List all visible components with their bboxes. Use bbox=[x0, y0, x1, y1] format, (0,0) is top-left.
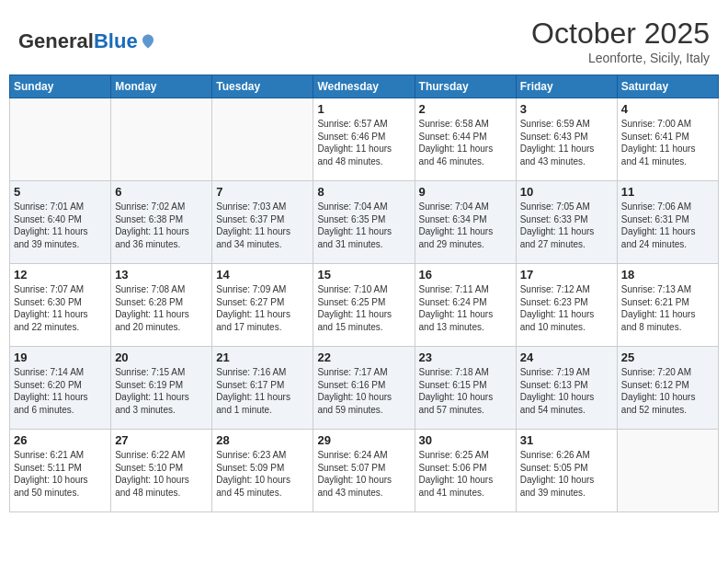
calendar-cell: 8Sunrise: 7:04 AM Sunset: 6:35 PM Daylig… bbox=[313, 181, 415, 264]
calendar-cell: 21Sunrise: 7:16 AM Sunset: 6:17 PM Dayli… bbox=[212, 347, 313, 430]
weekday-header: Thursday bbox=[415, 75, 516, 98]
location: Leonforte, Sicily, Italy bbox=[531, 51, 710, 65]
day-number: 11 bbox=[621, 185, 714, 199]
calendar-cell: 14Sunrise: 7:09 AM Sunset: 6:27 PM Dayli… bbox=[212, 264, 313, 347]
weekday-header-row: SundayMondayTuesdayWednesdayThursdayFrid… bbox=[10, 75, 719, 98]
calendar-table: SundayMondayTuesdayWednesdayThursdayFrid… bbox=[9, 75, 719, 512]
weekday-header: Wednesday bbox=[313, 75, 415, 98]
day-info: Sunrise: 7:12 AM Sunset: 6:23 PM Dayligh… bbox=[520, 283, 613, 333]
calendar-cell: 15Sunrise: 7:10 AM Sunset: 6:25 PM Dayli… bbox=[313, 264, 415, 347]
day-number: 12 bbox=[14, 268, 107, 282]
logo-text: GeneralBlue bbox=[18, 31, 138, 52]
day-number: 29 bbox=[317, 433, 410, 447]
calendar-cell: 29Sunrise: 6:24 AM Sunset: 5:07 PM Dayli… bbox=[313, 430, 415, 512]
day-info: Sunrise: 6:59 AM Sunset: 6:43 PM Dayligh… bbox=[520, 118, 613, 167]
day-info: Sunrise: 7:13 AM Sunset: 6:21 PM Dayligh… bbox=[621, 283, 714, 333]
day-info: Sunrise: 6:23 AM Sunset: 5:09 PM Dayligh… bbox=[216, 449, 309, 499]
day-number: 26 bbox=[14, 433, 107, 447]
day-info: Sunrise: 7:15 AM Sunset: 6:19 PM Dayligh… bbox=[115, 366, 208, 416]
calendar-cell: 11Sunrise: 7:06 AM Sunset: 6:31 PM Dayli… bbox=[617, 181, 718, 264]
day-number: 22 bbox=[317, 350, 410, 364]
calendar-cell: 4Sunrise: 7:00 AM Sunset: 6:41 PM Daylig… bbox=[617, 98, 718, 181]
day-number: 10 bbox=[520, 185, 613, 199]
day-info: Sunrise: 7:18 AM Sunset: 6:15 PM Dayligh… bbox=[419, 366, 512, 416]
day-info: Sunrise: 7:17 AM Sunset: 6:16 PM Dayligh… bbox=[317, 366, 410, 416]
calendar-cell: 24Sunrise: 7:19 AM Sunset: 6:13 PM Dayli… bbox=[516, 347, 617, 430]
calendar-week-row: 12Sunrise: 7:07 AM Sunset: 6:30 PM Dayli… bbox=[10, 264, 719, 347]
day-number: 30 bbox=[419, 433, 512, 447]
day-number: 8 bbox=[317, 185, 410, 199]
day-info: Sunrise: 7:02 AM Sunset: 6:38 PM Dayligh… bbox=[115, 201, 208, 250]
calendar-cell: 26Sunrise: 6:21 AM Sunset: 5:11 PM Dayli… bbox=[10, 430, 111, 512]
calendar-cell: 19Sunrise: 7:14 AM Sunset: 6:20 PM Dayli… bbox=[10, 347, 111, 430]
weekday-header: Tuesday bbox=[212, 75, 313, 98]
day-info: Sunrise: 7:01 AM Sunset: 6:40 PM Dayligh… bbox=[14, 201, 107, 250]
day-info: Sunrise: 7:20 AM Sunset: 6:12 PM Dayligh… bbox=[621, 366, 714, 416]
day-info: Sunrise: 6:58 AM Sunset: 6:44 PM Dayligh… bbox=[419, 118, 512, 167]
calendar-cell: 17Sunrise: 7:12 AM Sunset: 6:23 PM Dayli… bbox=[516, 264, 617, 347]
calendar-cell: 9Sunrise: 7:04 AM Sunset: 6:34 PM Daylig… bbox=[415, 181, 516, 264]
page-header: GeneralBlue October 2025 Leonforte, Sici… bbox=[9, 9, 719, 71]
day-info: Sunrise: 7:07 AM Sunset: 6:30 PM Dayligh… bbox=[14, 283, 107, 333]
day-info: Sunrise: 6:26 AM Sunset: 5:05 PM Dayligh… bbox=[520, 449, 613, 499]
calendar-cell: 22Sunrise: 7:17 AM Sunset: 6:16 PM Dayli… bbox=[313, 347, 415, 430]
day-number: 27 bbox=[115, 433, 208, 447]
calendar-cell bbox=[617, 430, 718, 512]
day-number: 1 bbox=[317, 102, 410, 116]
calendar-cell: 18Sunrise: 7:13 AM Sunset: 6:21 PM Dayli… bbox=[617, 264, 718, 347]
calendar-cell: 1Sunrise: 6:57 AM Sunset: 6:46 PM Daylig… bbox=[313, 98, 415, 181]
day-number: 14 bbox=[216, 268, 309, 282]
day-number: 5 bbox=[14, 185, 107, 199]
day-number: 25 bbox=[621, 350, 714, 364]
day-info: Sunrise: 7:00 AM Sunset: 6:41 PM Dayligh… bbox=[621, 118, 714, 167]
logo: GeneralBlue bbox=[18, 31, 156, 52]
calendar-cell: 20Sunrise: 7:15 AM Sunset: 6:19 PM Dayli… bbox=[111, 347, 212, 430]
calendar-cell: 12Sunrise: 7:07 AM Sunset: 6:30 PM Dayli… bbox=[10, 264, 111, 347]
calendar-cell: 6Sunrise: 7:02 AM Sunset: 6:38 PM Daylig… bbox=[111, 181, 212, 264]
day-info: Sunrise: 7:16 AM Sunset: 6:17 PM Dayligh… bbox=[216, 366, 309, 416]
day-info: Sunrise: 7:06 AM Sunset: 6:31 PM Dayligh… bbox=[621, 201, 714, 250]
day-number: 31 bbox=[520, 433, 613, 447]
day-number: 20 bbox=[115, 350, 208, 364]
calendar-week-row: 5Sunrise: 7:01 AM Sunset: 6:40 PM Daylig… bbox=[10, 181, 719, 264]
day-info: Sunrise: 7:09 AM Sunset: 6:27 PM Dayligh… bbox=[216, 283, 309, 333]
day-info: Sunrise: 7:19 AM Sunset: 6:13 PM Dayligh… bbox=[520, 366, 613, 416]
calendar-cell: 25Sunrise: 7:20 AM Sunset: 6:12 PM Dayli… bbox=[617, 347, 718, 430]
weekday-header: Friday bbox=[516, 75, 617, 98]
day-number: 7 bbox=[216, 185, 309, 199]
day-number: 15 bbox=[317, 268, 410, 282]
logo-icon bbox=[140, 33, 156, 50]
calendar-cell bbox=[212, 98, 313, 181]
day-info: Sunrise: 6:21 AM Sunset: 5:11 PM Dayligh… bbox=[14, 449, 107, 499]
calendar-cell: 7Sunrise: 7:03 AM Sunset: 6:37 PM Daylig… bbox=[212, 181, 313, 264]
calendar-cell: 30Sunrise: 6:25 AM Sunset: 5:06 PM Dayli… bbox=[415, 430, 516, 512]
day-number: 23 bbox=[419, 350, 512, 364]
day-number: 13 bbox=[115, 268, 208, 282]
calendar-cell: 3Sunrise: 6:59 AM Sunset: 6:43 PM Daylig… bbox=[516, 98, 617, 181]
month-title: October 2025 bbox=[531, 17, 710, 51]
calendar-week-row: 26Sunrise: 6:21 AM Sunset: 5:11 PM Dayli… bbox=[10, 430, 719, 512]
day-number: 4 bbox=[621, 102, 714, 116]
calendar-cell: 10Sunrise: 7:05 AM Sunset: 6:33 PM Dayli… bbox=[516, 181, 617, 264]
calendar-cell bbox=[10, 98, 111, 181]
day-number: 21 bbox=[216, 350, 309, 364]
day-info: Sunrise: 6:24 AM Sunset: 5:07 PM Dayligh… bbox=[317, 449, 410, 499]
day-info: Sunrise: 7:04 AM Sunset: 6:35 PM Dayligh… bbox=[317, 201, 410, 250]
calendar-cell: 23Sunrise: 7:18 AM Sunset: 6:15 PM Dayli… bbox=[415, 347, 516, 430]
calendar-cell: 28Sunrise: 6:23 AM Sunset: 5:09 PM Dayli… bbox=[212, 430, 313, 512]
day-info: Sunrise: 7:04 AM Sunset: 6:34 PM Dayligh… bbox=[419, 201, 512, 250]
calendar-week-row: 1Sunrise: 6:57 AM Sunset: 6:46 PM Daylig… bbox=[10, 98, 719, 181]
calendar-cell: 5Sunrise: 7:01 AM Sunset: 6:40 PM Daylig… bbox=[10, 181, 111, 264]
calendar-cell: 27Sunrise: 6:22 AM Sunset: 5:10 PM Dayli… bbox=[111, 430, 212, 512]
calendar-cell: 2Sunrise: 6:58 AM Sunset: 6:44 PM Daylig… bbox=[415, 98, 516, 181]
day-number: 28 bbox=[216, 433, 309, 447]
calendar-cell bbox=[111, 98, 212, 181]
day-number: 19 bbox=[14, 350, 107, 364]
day-info: Sunrise: 7:10 AM Sunset: 6:25 PM Dayligh… bbox=[317, 283, 410, 333]
day-info: Sunrise: 6:57 AM Sunset: 6:46 PM Dayligh… bbox=[317, 118, 410, 167]
calendar-week-row: 19Sunrise: 7:14 AM Sunset: 6:20 PM Dayli… bbox=[10, 347, 719, 430]
day-info: Sunrise: 7:08 AM Sunset: 6:28 PM Dayligh… bbox=[115, 283, 208, 333]
weekday-header: Monday bbox=[111, 75, 212, 98]
weekday-header: Saturday bbox=[617, 75, 718, 98]
day-number: 6 bbox=[115, 185, 208, 199]
